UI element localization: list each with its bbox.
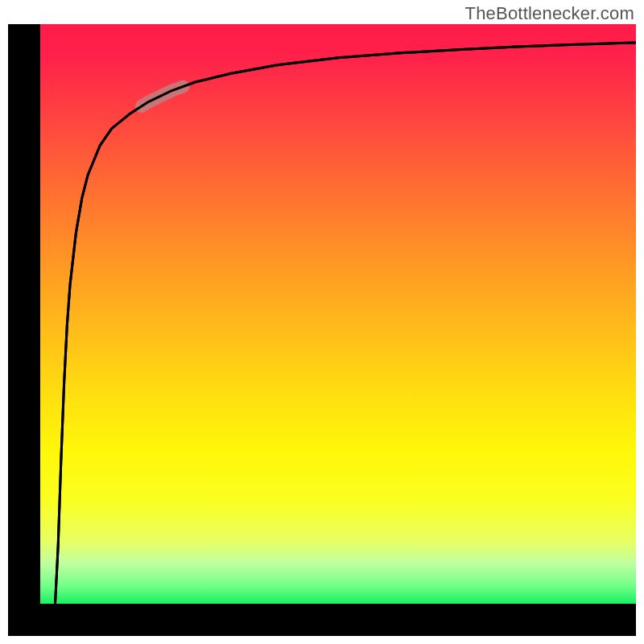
- bottleneck-curve: [56, 43, 637, 604]
- chart-container: TheBottlenecker.com: [0, 0, 644, 644]
- plot-area: [40, 24, 636, 604]
- y-axis: [8, 24, 40, 604]
- plot-frame: [8, 24, 636, 636]
- x-axis: [8, 604, 636, 636]
- watermark-text: TheBottlenecker.com: [465, 3, 634, 24]
- bottleneck-curve: [56, 43, 637, 604]
- curve-layer: [40, 24, 636, 604]
